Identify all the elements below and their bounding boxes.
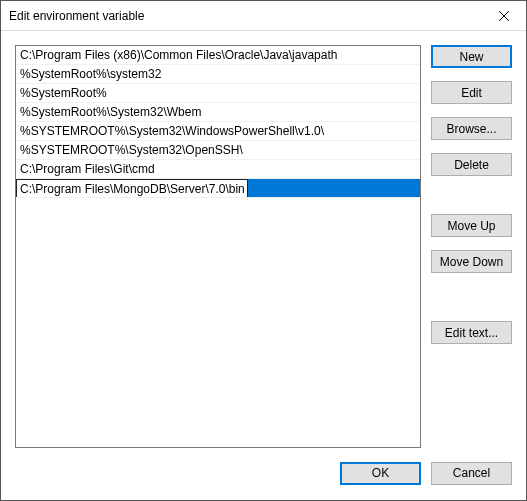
ok-button[interactable]: OK	[340, 462, 421, 485]
edit-env-var-dialog: Edit environment variable C:\Program Fil…	[0, 0, 527, 501]
list-item[interactable]: %SystemRoot%	[16, 84, 420, 103]
new-button[interactable]: New	[431, 45, 512, 68]
list-item[interactable]: %SYSTEMROOT%\System32\WindowsPowerShell\…	[16, 122, 420, 141]
path-listbox[interactable]: C:\Program Files (x86)\Common Files\Orac…	[15, 45, 421, 448]
list-item[interactable]: %SYSTEMROOT%\System32\OpenSSH\	[16, 141, 420, 160]
list-item[interactable]: C:\Program Files\Git\cmd	[16, 160, 420, 179]
close-button[interactable]	[481, 1, 526, 31]
path-edit-input[interactable]	[16, 179, 248, 198]
edit-button[interactable]: Edit	[431, 81, 512, 104]
browse-button[interactable]: Browse...	[431, 117, 512, 140]
bottom-row: OK Cancel	[15, 448, 512, 490]
move-down-button[interactable]: Move Down	[431, 250, 512, 273]
delete-button[interactable]: Delete	[431, 153, 512, 176]
move-up-button[interactable]: Move Up	[431, 214, 512, 237]
list-item[interactable]: %SystemRoot%\System32\Wbem	[16, 103, 420, 122]
list-item[interactable]: %SystemRoot%\system32	[16, 65, 420, 84]
button-column: New Edit Browse... Delete Move Up Move D…	[431, 45, 512, 448]
edit-text-button[interactable]: Edit text...	[431, 321, 512, 344]
titlebar: Edit environment variable	[1, 1, 526, 31]
list-item-editing[interactable]	[16, 179, 420, 198]
main-row: C:\Program Files (x86)\Common Files\Orac…	[15, 45, 512, 448]
close-icon	[499, 11, 509, 21]
list-item[interactable]: C:\Program Files (x86)\Common Files\Orac…	[16, 46, 420, 65]
window-title: Edit environment variable	[9, 9, 144, 23]
content-area: C:\Program Files (x86)\Common Files\Orac…	[1, 31, 526, 500]
cancel-button[interactable]: Cancel	[431, 462, 512, 485]
